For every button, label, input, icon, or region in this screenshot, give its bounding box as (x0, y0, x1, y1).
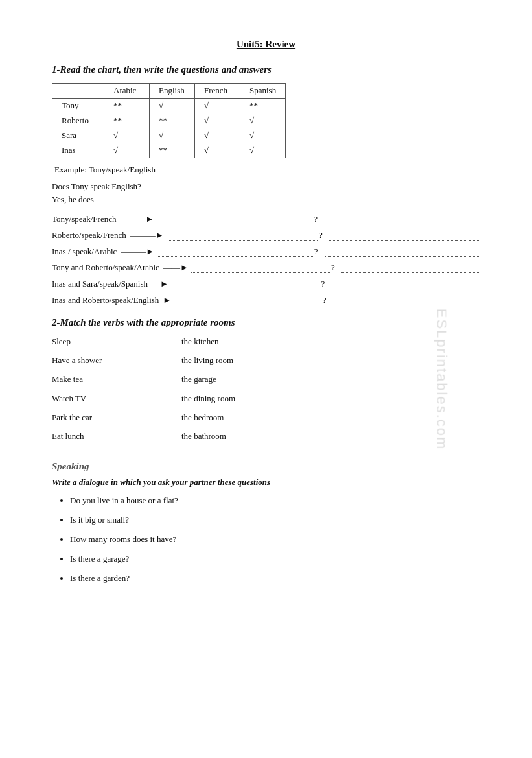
match-verbs: Sleep Have a shower Make tea Watch TV Pa… (52, 336, 181, 449)
list-item: Watch TV (52, 393, 181, 405)
section2-heading: 2-Match the verbs with the appropriate r… (52, 317, 480, 328)
q-mark-5: ? (323, 295, 327, 305)
table-cell-roberto-spanish: √ (240, 113, 286, 128)
arrow-icon-4: —► (152, 279, 168, 289)
fill-segment-2: ? (157, 246, 480, 257)
fill-row-4: Inas and Sara/speak/Spanish —► ? (52, 279, 480, 289)
list-item: Make tea (52, 373, 181, 385)
example-answer: Yes, he does (52, 195, 480, 205)
match-container: Sleep Have a shower Make tea Watch TV Pa… (52, 336, 480, 449)
example-question: Does Tony speak English? (52, 182, 480, 192)
list-item: the garage (181, 373, 311, 385)
table-header-row: Arabic English French Spanish (52, 84, 286, 99)
fill-row-2: Inas / speak/Arabic ———► ? (52, 246, 480, 257)
list-item: the bedroom (181, 412, 311, 423)
fill-segment-5: ? (174, 295, 480, 305)
dots-question-1 (167, 240, 318, 241)
fill-segment-1: ? (167, 230, 480, 241)
table-cell-inas-arabic: √ (104, 143, 150, 158)
q-mark-3: ? (331, 263, 335, 273)
table-row: Sara √ √ √ √ (52, 128, 286, 143)
fill-segment-4: ? (171, 279, 480, 289)
speaking-label: Speaking (52, 461, 480, 472)
match-rooms: the kitchen the living room the garage t… (181, 336, 311, 449)
fill-row-3: Tony and Roberto/speak/Arabic ——► ? (52, 263, 480, 273)
dots-question-4 (171, 289, 320, 289)
list-item: Sleep (52, 336, 181, 348)
header-cell-empty (52, 84, 104, 99)
list-item: Park the car (52, 412, 181, 423)
page-title: Unit5: Review (52, 39, 480, 50)
speaking-instruction: Write a dialogue in which you ask your p… (52, 477, 480, 488)
section1-heading: 1-Read the chart, then write the questio… (52, 64, 480, 75)
fill-prompt-5: Inas and Roberto/speak/English (52, 295, 159, 305)
fill-prompt-2: Inas / speak/Arabic (52, 246, 117, 257)
header-cell-spanish: Spanish (240, 84, 286, 99)
table-cell-tony-arabic: ** (104, 99, 150, 113)
table-cell-inas-name: Inas (52, 143, 104, 158)
dots-answer-5 (333, 305, 481, 305)
fill-prompt-0: Tony/speak/French (52, 214, 116, 224)
dots-question-2 (157, 256, 313, 257)
table-cell-sara-english: √ (150, 128, 195, 143)
header-cell-french: French (195, 84, 240, 99)
list-item: Have a shower (52, 355, 181, 366)
table-cell-roberto-english: ** (150, 113, 195, 128)
dots-question-3 (191, 272, 330, 273)
table-cell-sara-french: √ (195, 128, 240, 143)
fill-prompt-3: Tony and Roberto/speak/Arabic (52, 263, 159, 273)
arrow-icon-5: ► (163, 295, 171, 305)
list-item: the living room (181, 355, 311, 366)
q-mark-0: ? (314, 214, 318, 224)
list-item: How many rooms does it have? (70, 534, 480, 545)
fill-prompt-1: Roberto/speak/French (52, 230, 126, 241)
list-item: the dining room (181, 393, 311, 405)
fill-segment-0: ? (156, 214, 480, 224)
table-cell-inas-english: ** (150, 143, 195, 158)
table-row: Inas √ ** √ √ (52, 143, 286, 158)
table-cell-tony-french: √ (195, 99, 240, 113)
table-cell-inas-french: √ (195, 143, 240, 158)
arrow-icon-1: ———► (130, 230, 164, 241)
arrow-icon-2: ———► (121, 246, 154, 257)
arrow-icon-3: ——► (163, 263, 189, 273)
chart-table: Arabic English French Spanish Tony ** √ … (52, 83, 286, 158)
table-row: Tony ** √ √ ** (52, 99, 286, 113)
speaking-questions-list: Do you live in a house or a flat? Is it … (52, 495, 480, 584)
speaking-section: Speaking Write a dialogue in which you a… (52, 461, 480, 584)
dots-answer-1 (329, 240, 480, 241)
dots-question-0 (156, 224, 312, 224)
table-cell-roberto-arabic: ** (104, 113, 150, 128)
q-mark-2: ? (314, 246, 318, 257)
table-cell-inas-spanish: √ (240, 143, 286, 158)
table-cell-tony-name: Tony (52, 99, 104, 113)
table-cell-roberto-french: √ (195, 113, 240, 128)
fill-row-1: Roberto/speak/French ———► ? (52, 230, 480, 241)
dots-answer-4 (331, 289, 480, 289)
dots-answer-3 (341, 272, 480, 273)
example-label: Example: Tony/speak/English (54, 165, 480, 175)
table-cell-sara-arabic: √ (104, 128, 150, 143)
table-cell-tony-english: √ (150, 99, 195, 113)
header-cell-english: English (150, 84, 195, 99)
dots-answer-2 (325, 256, 481, 257)
arrow-icon-0: ———► (120, 214, 154, 224)
fill-row-0: Tony/speak/French ———► ? (52, 214, 480, 224)
list-item: Do you live in a house or a flat? (70, 495, 480, 506)
header-cell-arabic: Arabic (104, 84, 150, 99)
list-item: Eat lunch (52, 431, 181, 442)
dots-answer-0 (324, 224, 480, 224)
fill-segment-3: ? (191, 263, 480, 273)
fill-row-5: Inas and Roberto/speak/English ► ? (52, 295, 480, 305)
table-cell-tony-spanish: ** (240, 99, 286, 113)
list-item: Is it big or small? (70, 515, 480, 525)
list-item: the kitchen (181, 336, 311, 348)
list-item: the bathroom (181, 431, 311, 442)
table-cell-sara-spanish: √ (240, 128, 286, 143)
q-mark-1: ? (319, 230, 323, 241)
q-mark-4: ? (321, 279, 325, 289)
list-item: Is there a garden? (70, 573, 480, 584)
table-cell-sara-name: Sara (52, 128, 104, 143)
list-item: Is there a garage? (70, 554, 480, 564)
fill-prompt-4: Inas and Sara/speak/Spanish (52, 279, 148, 289)
